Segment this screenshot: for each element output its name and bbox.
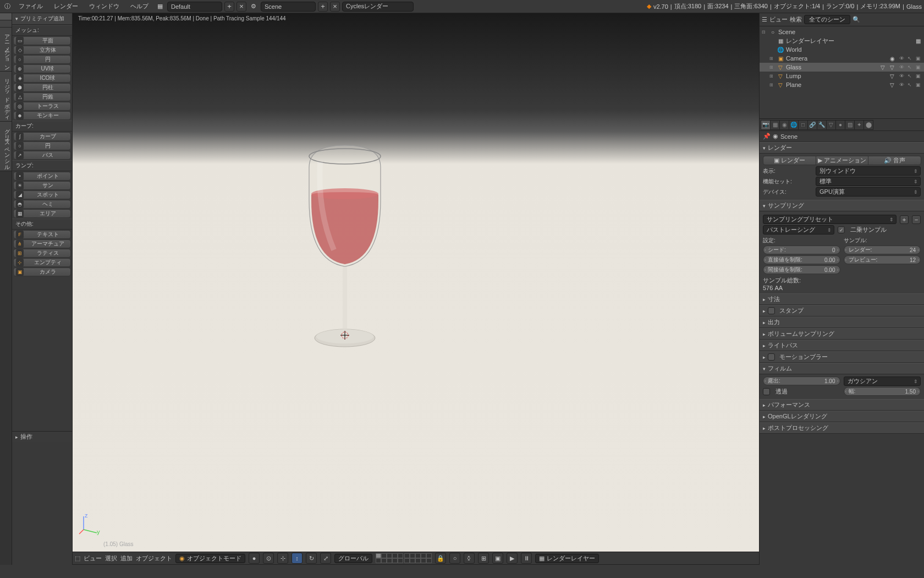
panel-postprocess-header[interactable]: ポストプロセッシング (760, 422, 924, 434)
proportional-icon[interactable]: ○ (449, 553, 460, 564)
editor-outliner-icon[interactable]: ☰ (762, 16, 767, 23)
square-samples-checkbox[interactable]: ✓ (838, 226, 845, 233)
render-samples-field[interactable]: レンダー:24 (844, 246, 921, 254)
add-curvecircle-button[interactable]: ○円 (13, 141, 71, 150)
scene-add-button[interactable]: + (318, 2, 328, 12)
tab-data[interactable]: ▽ (826, 120, 836, 130)
preset-add[interactable]: + (900, 215, 909, 224)
add-icosphere-button[interactable]: ◈ICO球 (13, 74, 71, 83)
tab-render-context[interactable]: 📷 (761, 120, 771, 130)
tab-scene[interactable]: ◉ (779, 120, 789, 130)
render-restrict-icon[interactable]: ▣ (914, 81, 922, 89)
display-dropdown[interactable]: 別ウィンドウ (816, 166, 921, 176)
editor-type-icon[interactable]: ⓘ (2, 2, 12, 12)
orientation-dropdown[interactable]: グローバル (334, 554, 372, 563)
shading-icon[interactable]: ● (249, 553, 260, 564)
stamp-checkbox[interactable] (768, 307, 775, 314)
panel-lightpaths-header[interactable]: ライトパス (760, 340, 924, 351)
tab-physics[interactable]: ⬤ (864, 120, 873, 130)
tab-material[interactable]: ● (835, 120, 845, 130)
outliner-glass-row[interactable]: ⊞▽Glass▽▽👁↖▣ (760, 63, 924, 72)
render-button[interactable]: ▣レンダー (763, 156, 816, 165)
eye-icon[interactable]: 👁 (898, 81, 905, 89)
menu-render[interactable]: レンダー (50, 2, 82, 10)
integrator-dropdown[interactable]: パストレーシング (763, 225, 834, 235)
manip-rotate-icon[interactable]: ↻ (306, 553, 317, 564)
manip-scale-icon[interactable]: ⤢ (320, 553, 331, 564)
add-cube-button[interactable]: ◇立方体 (13, 46, 71, 54)
eye-icon[interactable]: 👁 (898, 54, 905, 62)
outliner-scene-row[interactable]: ⊟○Scene (760, 28, 924, 36)
sampling-preset-dropdown[interactable]: サンプリングプリセット (763, 215, 897, 224)
exposure-field[interactable]: 露出:1.00 (763, 377, 840, 385)
clamp-indirect-field[interactable]: 間接値を制限:0.00 (763, 265, 840, 274)
tab-object[interactable]: □ (798, 120, 808, 130)
outliner-view-menu[interactable]: ビュー (769, 15, 788, 24)
transparent-checkbox[interactable] (763, 388, 770, 395)
cursor-icon[interactable]: ↖ (906, 54, 914, 62)
clamp-direct-field[interactable]: 直接値を制限:0.00 (763, 255, 840, 264)
add-area-button[interactable]: ▦エリア (13, 209, 71, 218)
menu-object[interactable]: オブジェクト (136, 554, 172, 563)
tab-modifiers[interactable]: 🔧 (817, 120, 827, 130)
add-armature-button[interactable]: ⋔アーマチュア (13, 239, 71, 248)
panel-sampling-header[interactable]: サンプリング (760, 200, 924, 211)
screen-layout-icon[interactable]: ▦ (155, 2, 165, 12)
outliner-camera-row[interactable]: ⊞▣Camera◉👁↖▣ (760, 54, 924, 63)
eye-icon[interactable]: 👁 (898, 63, 905, 71)
pivot-icon[interactable]: ⊙ (263, 553, 274, 564)
render-engine-dropdown[interactable]: Cyclesレンダー (342, 2, 414, 12)
add-text-button[interactable]: Fテキスト (13, 230, 71, 239)
tab-particles[interactable]: ✦ (854, 120, 864, 130)
pin-icon[interactable]: 📌 (763, 133, 771, 140)
outliner-plane-row[interactable]: ⊞▽Plane▽👁↖▣ (760, 80, 924, 89)
add-spot-button[interactable]: ◢スポット (13, 190, 71, 199)
outliner-lump-row[interactable]: ⊞▽Lump▽👁↖▣ (760, 72, 924, 80)
panel-film-header[interactable]: フィルム (760, 363, 924, 374)
scene-del-button[interactable]: × (330, 2, 340, 12)
tab-world[interactable]: 🌐 (789, 120, 799, 130)
seed-field[interactable]: シード:0 (763, 246, 840, 254)
eye-icon[interactable]: 👁 (898, 72, 905, 80)
panel-output-header[interactable]: 出力 (760, 317, 924, 328)
panel-render-header[interactable]: レンダー (760, 142, 924, 154)
slot-dropdown[interactable]: ▦レンダーレイヤー (535, 554, 599, 563)
add-hemi-button[interactable]: ◓ヘミ (13, 200, 71, 209)
screen-layout-field[interactable]: Default (167, 2, 222, 12)
feature-dropdown[interactable]: 標準 (816, 177, 921, 186)
mb-checkbox[interactable] (768, 353, 775, 361)
pause-icon[interactable]: ⏸ (521, 553, 532, 564)
layout-del-button[interactable]: × (237, 2, 246, 12)
add-cylinder-button[interactable]: ⬢円柱 (13, 83, 71, 92)
lock-camera-icon[interactable]: 🔒 (435, 553, 446, 564)
render-restrict-icon[interactable]: ▣ (914, 72, 922, 80)
tab-constraints[interactable]: 🔗 (807, 120, 817, 130)
tab-greasepencil[interactable]: グリースペンシル (0, 122, 12, 171)
panel-dimensions-header[interactable]: 寸法 (760, 293, 924, 305)
3d-viewport[interactable]: Time:00:21.27 | Mem:835.56M, Peak:835.56… (73, 13, 759, 565)
filter-width-field[interactable]: 幅:1.50 (844, 387, 921, 396)
tab-relations[interactable]: 関係 (0, 20, 12, 28)
rl-extra-icon[interactable]: ▦ (914, 37, 922, 45)
layout-add-button[interactable]: + (224, 2, 234, 12)
add-curve-button[interactable]: ∫カーブ (13, 132, 71, 141)
operator-panel[interactable]: 操作 (12, 431, 72, 442)
add-sun-button[interactable]: ☀サン (13, 181, 71, 190)
manipulator-toggle[interactable]: ⊹ (277, 553, 288, 564)
scene-field[interactable]: Scene (261, 2, 316, 12)
add-uvsphere-button[interactable]: ⊕UV球 (13, 64, 71, 73)
render-preview-icon[interactable]: ▣ (492, 553, 503, 564)
audio-button[interactable]: 🔊音声 (868, 156, 921, 165)
menu-file[interactable]: ファイル (14, 2, 47, 10)
add-camera-button[interactable]: ▣カメラ (13, 268, 71, 276)
device-dropdown[interactable]: GPU演算 (816, 187, 921, 197)
outliner-renderlayers-row[interactable]: ▦レンダーレイヤー▦ (760, 36, 924, 45)
animation-button[interactable]: ▶アニメーション (816, 156, 869, 165)
cursor-icon[interactable]: ↖ (906, 72, 914, 80)
manip-translate-icon[interactable]: ↕ (292, 553, 302, 564)
add-point-button[interactable]: •ポイント (13, 172, 71, 181)
add-torus-button[interactable]: ◎トーラス (13, 102, 71, 111)
menu-view[interactable]: ビュー (84, 554, 102, 563)
add-lattice-button[interactable]: ⊞ラティス (13, 249, 71, 258)
preset-minus[interactable]: − (912, 215, 921, 224)
